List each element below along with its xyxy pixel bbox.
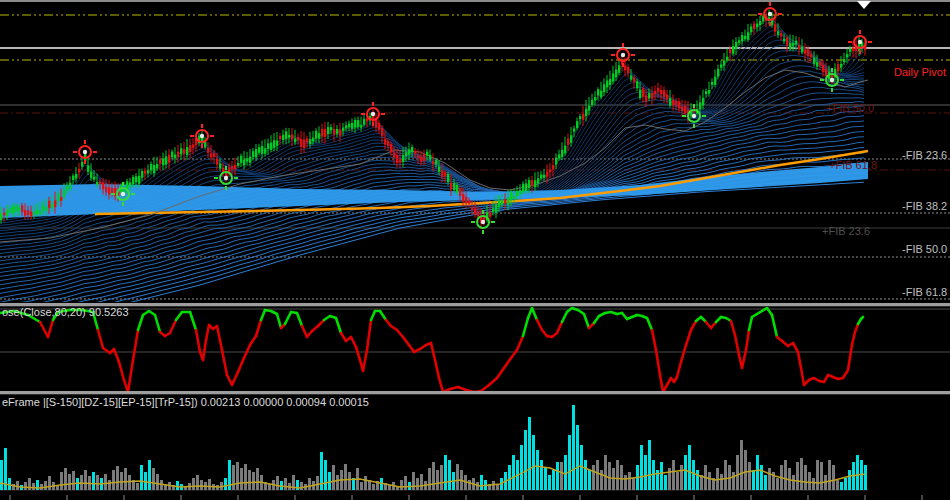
down-triangle-icon <box>857 1 871 9</box>
mt4-chart-window: Daily Pivot ose(Close,80,20) 90.5263 eFr… <box>0 0 950 500</box>
time-axis-ticks <box>10 495 922 500</box>
sell-target-icon <box>190 124 214 148</box>
sell-target-icon <box>848 30 872 54</box>
main-price-panel <box>0 1 872 335</box>
volume-panel <box>0 405 922 500</box>
chart-canvas[interactable] <box>0 0 950 500</box>
sell-target-icon <box>73 140 97 164</box>
sell-target-icon <box>611 43 635 67</box>
sell-target-icon <box>758 2 782 26</box>
panel-separator-bottom[interactable] <box>0 391 950 395</box>
oscillator-panel <box>0 308 950 392</box>
panel-separator-top[interactable] <box>0 303 950 307</box>
volume-bars <box>0 405 867 490</box>
